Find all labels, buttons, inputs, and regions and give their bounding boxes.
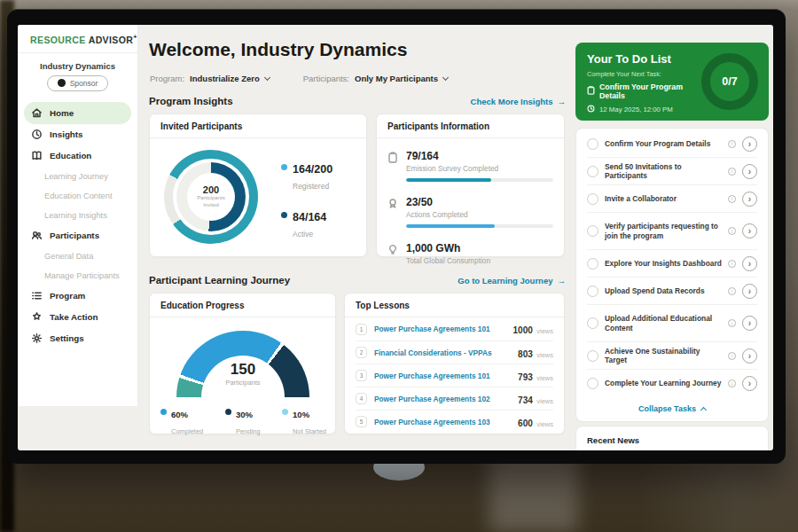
people-icon — [30, 230, 43, 242]
legend-value: 164/200 — [293, 163, 332, 176]
views-suffix: views — [536, 351, 553, 359]
sidebar-item-education[interactable]: Education — [18, 145, 137, 167]
sidebar-item-general-data[interactable]: General Data — [18, 246, 137, 266]
legend-item-pending: 30% Pending — [225, 405, 261, 437]
sidebar-item-insights[interactable]: Insights — [18, 124, 137, 145]
task-open-button[interactable]: › — [742, 137, 757, 152]
filter-bar: Program: Industrialize Zero Participants… — [150, 74, 448, 83]
logo-primary: RESOURCE — [30, 35, 86, 45]
sidebar-item-learning-journey[interactable]: Learning Journey — [18, 167, 137, 186]
collapse-tasks-link[interactable]: Collapse Tasks — [587, 397, 757, 419]
task-row[interactable]: Confirm Your Program Details i › — [587, 130, 757, 158]
legend-value: 30% — [236, 410, 253, 419]
home-icon — [30, 106, 43, 119]
task-open-button[interactable]: › — [742, 316, 757, 331]
todo-summary-card: Your To Do List Complete Your Next Task:… — [575, 43, 769, 121]
task-row[interactable]: Invite a Collaborator i › — [587, 185, 757, 213]
card-title: Invited Participants — [150, 114, 366, 138]
task-open-button[interactable]: › — [742, 256, 757, 271]
task-row[interactable]: Send 50 Invitations to Participants i › — [587, 158, 757, 185]
invited-donut-chart: 200 Participants Invited — [164, 150, 258, 244]
recent-news-card: Recent News — [575, 426, 769, 450]
info-row-survey: 79/164 Emission Survey Completed — [387, 147, 553, 182]
task-checkbox[interactable] — [587, 286, 598, 297]
legend-value: 10% — [293, 410, 309, 419]
program-select[interactable]: Program: Industrialize Zero — [150, 74, 270, 83]
views-suffix: views — [536, 420, 553, 428]
sidebar-item-label: Learning Insights — [44, 211, 107, 220]
legend-label: Registered — [293, 182, 329, 191]
app-logo[interactable]: RESOURCE ADVISOR+ — [18, 25, 137, 45]
sponsor-icon — [58, 79, 66, 87]
bulb-icon — [387, 239, 399, 265]
info-icon: i — [728, 287, 736, 295]
go-to-learning-journey-link[interactable]: Go to Learning Journey → — [458, 276, 566, 286]
task-row[interactable]: Upload Spend Data Records i › — [587, 278, 757, 305]
sidebar-item-education-content[interactable]: Education Content — [18, 186, 137, 206]
task-checkbox[interactable] — [587, 378, 598, 389]
arrow-right-icon: → — [558, 276, 567, 286]
task-checkbox[interactable] — [587, 258, 598, 270]
task-checkbox[interactable] — [587, 138, 598, 150]
sidebar-item-manage-participants[interactable]: Manage Participants — [18, 266, 137, 286]
participants-value[interactable]: Only My Participants — [355, 74, 438, 83]
sidebar-item-label: Insights — [50, 129, 83, 139]
task-checkbox[interactable] — [587, 317, 598, 329]
info-icon: i — [728, 168, 736, 176]
program-value[interactable]: Industrialize Zero — [190, 74, 260, 83]
task-row[interactable]: Complete Your Learning Journey i › — [587, 370, 757, 397]
task-open-button[interactable]: › — [742, 376, 757, 391]
logo-plus: + — [133, 34, 137, 40]
lesson-title-link[interactable]: Power Purchase Agreements 103 — [374, 418, 511, 426]
legend-value: 60% — [171, 410, 188, 419]
task-checkbox[interactable] — [587, 166, 598, 177]
link-label: Go to Learning Journey — [458, 276, 552, 286]
check-more-insights-link[interactable]: Check More Insights → — [471, 97, 566, 106]
sidebar-item-label: Take Action — [50, 312, 98, 322]
task-open-button[interactable]: › — [742, 348, 757, 364]
sidebar-item-program[interactable]: Program — [18, 286, 137, 307]
invited-participants-card: Invited Participants 200 Participants In… — [149, 113, 367, 257]
sidebar-item-take-action[interactable]: Take Action — [18, 307, 137, 328]
lesson-views: 734 — [518, 395, 533, 405]
lesson-title-link[interactable]: Power Purchase Agreements 101 — [374, 325, 506, 333]
lesson-views: 1000 — [513, 325, 533, 335]
program-insights-header: Program Insights Check More Insights → — [149, 96, 566, 106]
lesson-row[interactable]: 2 Financial Considerations - VPPAs 803 v… — [356, 340, 553, 364]
chevron-down-icon — [442, 74, 449, 80]
gauge-legend: 60% Completed 30% Pending 10% Not Starte… — [160, 405, 326, 437]
todo-progress-ring: 0/7 — [701, 53, 758, 110]
lesson-row[interactable]: 4 Power Purchase Agreements 102 734 view… — [356, 387, 553, 410]
task-open-button[interactable]: › — [742, 192, 757, 207]
lesson-title-link[interactable]: Power Purchase Agreements 101 — [374, 372, 511, 380]
lesson-row[interactable]: 1 Power Purchase Agreements 101 1000 vie… — [356, 317, 553, 340]
clock-icon — [587, 105, 595, 114]
task-row[interactable]: Verify participants requesting to join t… — [587, 213, 757, 250]
card-title: Participants Information — [377, 114, 564, 138]
task-checkbox[interactable] — [587, 225, 598, 237]
recent-news-title: Recent News — [587, 435, 639, 445]
task-open-button[interactable]: › — [742, 284, 757, 299]
task-row[interactable]: Explore Your Insights Dashboard i › — [587, 250, 757, 278]
task-row[interactable]: Upload Additional Educational Content i … — [587, 305, 757, 342]
sidebar-item-label: Program — [50, 291, 85, 301]
info-icon: i — [728, 260, 736, 268]
list-icon — [30, 290, 43, 302]
lesson-title-link[interactable]: Power Purchase Agreements 102 — [374, 395, 511, 403]
task-checkbox[interactable] — [587, 350, 598, 362]
task-row[interactable]: Achieve One Sustainability Target i › — [587, 342, 757, 370]
task-open-button[interactable]: › — [742, 164, 757, 179]
lesson-row[interactable]: 5 Power Purchase Agreements 103 600 view… — [356, 410, 553, 433]
sidebar-item-label: Education — [50, 151, 91, 160]
sidebar-item-learning-insights[interactable]: Learning Insights — [18, 206, 137, 225]
task-open-button[interactable]: › — [742, 223, 757, 239]
task-checkbox[interactable] — [587, 193, 598, 205]
legend-item-completed: 60% Completed — [160, 405, 203, 437]
sidebar-item-home[interactable]: Home — [24, 102, 131, 124]
sponsor-badge[interactable]: Sponsor — [47, 75, 109, 91]
sidebar-item-settings[interactable]: Settings — [18, 328, 137, 349]
lesson-row[interactable]: 3 Power Purchase Agreements 101 793 view… — [356, 364, 553, 387]
sidebar-item-participants[interactable]: Participants — [18, 225, 137, 246]
lesson-title-link[interactable]: Financial Considerations - VPPAs — [374, 348, 511, 357]
participants-select[interactable]: Participants: Only My Participants — [303, 74, 448, 83]
